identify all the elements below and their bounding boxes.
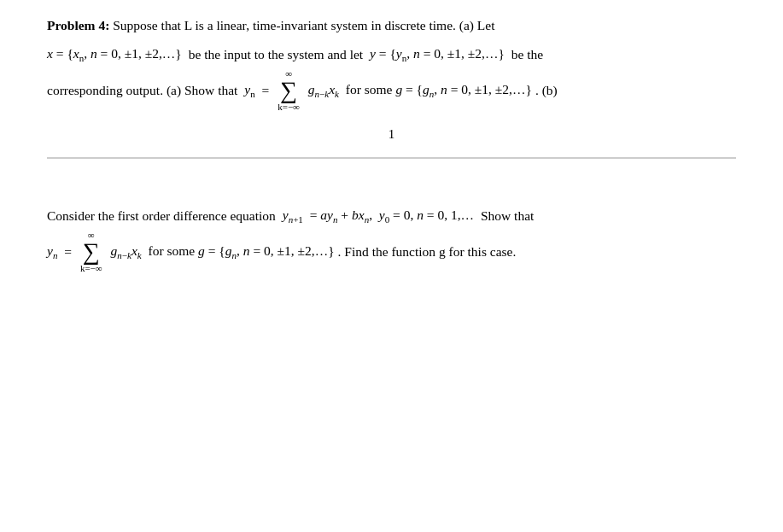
consider-text: Consider the first order difference equa… (47, 204, 279, 228)
equals-sign: = (259, 79, 273, 102)
show-that-bottom: Show that (477, 204, 534, 228)
page: Problem 4: Suppose that L is a linear, t… (0, 0, 783, 532)
eq-body: = ayn + bxn, y0 = 0, n = 0, 1,… (307, 203, 474, 229)
be-input: be the input to the system and let (185, 43, 366, 67)
problem-text: Problem 4: Suppose that L is a linear, t… (47, 15, 736, 112)
bottom-find: . Find the function g for this case. (338, 240, 517, 264)
consider-line: Consider the first order difference equa… (47, 203, 736, 229)
bottom-section: Consider the first order difference equa… (47, 159, 736, 273)
input-output-line: x = {xn, n = 0, ±1, ±2,…} be the input t… (47, 42, 736, 67)
bottom-yn-line: yn = ∞ ∑ k=−∞ gn−kxk for some g = {gn, n… (47, 231, 736, 273)
yn-lhs: yn (244, 78, 254, 103)
bottom-sigma-notation: ∞ ∑ k=−∞ (80, 231, 102, 273)
bottom-equals: = (61, 240, 75, 264)
bottom-yn-lhs: yn (47, 239, 57, 265)
bottom-g-term: gn−kxk (108, 239, 142, 265)
input-set: x = {xn, n = 0, ±1, ±2,…} (47, 42, 182, 67)
top-section: Problem 4: Suppose that L is a linear, t… (47, 15, 736, 158)
for-some-g: for some g = {gn, n = 0, ±1, ±2,…} (342, 78, 532, 103)
problem-intro: Suppose that L is a linear, time-invaria… (113, 18, 494, 32)
page-number-text: 1 (389, 127, 395, 141)
bottom-text: Consider the first order difference equa… (47, 203, 736, 273)
be-the: be the (508, 43, 543, 67)
output-set: y = {yn, n = 0, ±1, ±2,…} (370, 42, 505, 67)
bottom-for-some-g: for some g = {gn, n = 0, ±1, ±2,…} (145, 239, 335, 265)
part-b-label: . (b) (535, 79, 558, 102)
bottom-sigma-bottom: k=−∞ (80, 264, 102, 273)
sigma-symbol: ∑ (280, 79, 297, 102)
g-term: gn−kxk (305, 78, 339, 103)
bottom-sigma-symbol: ∑ (83, 240, 100, 264)
sigma-notation: ∞ ∑ k=−∞ (278, 69, 300, 112)
sigma-bottom: k=−∞ (278, 102, 300, 112)
corresponding-line: corresponding output. (a) Show that yn =… (47, 69, 736, 112)
page-number: 1 (47, 127, 736, 142)
y-n1-lhs: yn+1 (283, 203, 303, 229)
corresponding-text: corresponding output. (a) Show that (47, 79, 241, 102)
problem-line-1: Problem 4: Suppose that L is a linear, t… (47, 15, 736, 37)
problem-label: Problem 4: (47, 18, 109, 32)
